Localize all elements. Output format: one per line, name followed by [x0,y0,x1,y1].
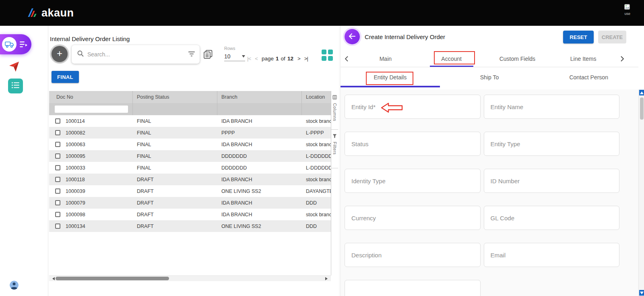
chevron-left-icon[interactable] [341,50,353,67]
cell-doc-no: 1000082 [66,130,85,136]
vertical-scrollbar[interactable] [638,89,644,296]
scroll-down-button[interactable] [639,290,644,296]
filter-icon[interactable] [188,51,195,58]
entity-type-field[interactable]: Entity Type [484,132,620,156]
row-checkbox[interactable] [55,153,60,159]
rows-per-page-select[interactable]: 10 [224,53,245,61]
horizontal-scroll-thumb[interactable] [56,277,169,280]
pagination-next-button[interactable]: > [297,56,300,62]
currency-field[interactable]: Currency [345,206,481,230]
table-row[interactable]: 1000098 DRAFT IDA BRANCH stock branc [49,209,331,220]
back-button[interactable] [345,29,360,44]
row-checkbox[interactable] [55,130,60,135]
row-checkbox[interactable] [55,212,60,217]
filters-panel-toggle[interactable]: Filters [331,130,338,168]
entity-name-field[interactable]: Entity Name [484,95,620,119]
cell-doc-no: 1000079 [66,200,85,206]
pagination-last-button[interactable]: >| [304,56,308,62]
vertical-scroll-thumb[interactable] [640,97,644,120]
table-row[interactable]: 1000134 DRAFT ONE LIVING SS2 DDD [49,220,331,232]
sidebar-item-delivery[interactable] [0,34,31,54]
cell-doc-no: 1000039 [66,188,85,194]
scroll-right-arrow[interactable] [325,277,329,280]
delivery-order-table: Doc No Posting Status Branch Location 10… [49,91,331,232]
table-row[interactable]: 1000118 DRAFT IDA BRANCH stock branc [49,174,331,185]
currency-label: Currency [351,215,376,221]
rows-label: Rows [224,46,245,51]
sidebar-item-listing[interactable] [8,79,23,93]
search-input[interactable] [87,51,185,58]
cell-location: L-DDDDDD [302,153,331,159]
description-field[interactable]: Description [345,243,481,267]
horizontal-scrollbar[interactable] [49,275,331,281]
table-row[interactable]: 1000039 DRAFT ONE LIVING SS2 DAYANGTE [49,185,331,197]
search-bar [72,45,200,64]
cell-branch: DDDDDDD [217,153,302,159]
row-checkbox[interactable] [55,188,60,194]
tab-line-items[interactable]: Line Items [550,50,616,67]
pagination-prev-button[interactable]: < [255,56,258,62]
entity-id-label: Entity Id* [351,103,376,110]
active-subtab-indicator [341,86,440,87]
table-row[interactable]: 1000095 FINAL DDDDDDD L-DDDDDD [49,150,331,162]
sub-tab-bar: Entity Details Ship To Contact Person [341,67,638,87]
row-checkbox[interactable] [55,142,60,147]
table-row[interactable]: 1000079 DRAFT IDA BRANCH DDD [49,197,331,209]
scroll-left-arrow[interactable] [51,277,55,280]
cell-doc-no: 1000098 [66,212,85,217]
row-checkbox[interactable] [55,177,60,182]
tab-account-label: Account [441,56,462,62]
table-row[interactable]: 1000063 FINAL IDA BRANCH stock branc [49,139,331,150]
tab-bar: Main Account Custom Fields Line Items [341,50,628,67]
column-header-posting-status[interactable]: Posting Status [133,91,217,103]
table-side-panel: Columns Filters [331,91,338,275]
subtab-entity-details[interactable]: Entity Details [341,67,440,87]
user-avatar[interactable]: use [624,4,630,16]
scroll-up-button[interactable] [639,90,644,95]
chevron-down-icon [242,55,245,59]
of-word: of [281,56,285,62]
id-number-label: ID Number [491,178,520,184]
column-header-branch[interactable]: Branch [217,91,302,103]
table-row[interactable]: 1000114 FINAL IDA BRANCH stock branc [49,115,331,127]
apps-grid-button[interactable] [321,49,333,62]
form-field-partial[interactable] [345,280,481,296]
subtab-contact-person[interactable]: Contact Person [539,67,638,87]
profile-avatar[interactable] [10,281,19,290]
table-row[interactable]: 1000082 FINAL PPPP L-PPPP [49,127,331,139]
cell-location: stock branc [302,142,331,147]
doc-no-filter-input[interactable] [55,106,128,113]
chevron-right-icon[interactable] [616,50,628,67]
cell-doc-no: 1000134 [66,224,85,229]
id-number-field[interactable]: ID Number [484,169,620,193]
card-view-button[interactable] [204,50,213,60]
row-checkbox[interactable] [55,200,60,205]
tab-main[interactable]: Main [353,50,419,67]
row-checkbox[interactable] [55,224,60,229]
tab-account[interactable]: Account [419,50,485,67]
listing-panel: Internal Delivery Order Listing + Rows 1… [48,26,340,296]
create-panel: Create Internal Delivery Order RESET CRE… [340,26,644,296]
final-status-chip[interactable]: FINAL [52,71,79,83]
column-header-doc-no[interactable]: Doc No [49,91,133,103]
cell-branch: ONE LIVING SS2 [217,224,302,229]
gl-code-field[interactable]: GL Code [484,206,620,230]
status-field[interactable]: Status [345,132,481,156]
pagination-first-button[interactable]: |< [247,56,251,62]
column-header-location[interactable]: Location [302,91,331,103]
reset-button[interactable]: RESET [563,31,594,43]
create-button[interactable]: CREATE [598,31,626,43]
tab-custom-fields[interactable]: Custom Fields [485,50,551,67]
entity-id-field[interactable]: Entity Id* [345,95,481,119]
cell-posting-status: DRAFT [133,212,217,217]
row-checkbox[interactable] [55,118,60,124]
row-checkbox[interactable] [55,165,60,170]
sidebar-item-export[interactable] [9,61,19,74]
columns-panel-toggle[interactable]: Columns [331,91,338,130]
subtab-ship-to[interactable]: Ship To [440,67,539,87]
table-header: Doc No Posting Status Branch Location [49,91,331,103]
identity-type-field[interactable]: Identity Type [345,169,481,193]
table-row[interactable]: 1000033 FINAL DDDDDDD L-DDDDDD [49,162,331,174]
add-button[interactable]: + [52,46,68,62]
email-field[interactable]: Email [484,243,620,267]
